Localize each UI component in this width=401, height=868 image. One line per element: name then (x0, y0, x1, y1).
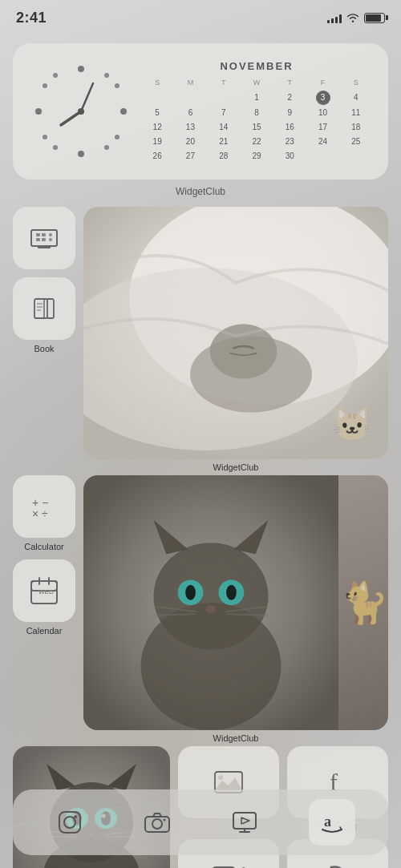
svg-point-75 (152, 819, 162, 829)
svg-point-14 (78, 108, 84, 115)
svg-line-13 (81, 83, 93, 111)
calendar-month: NOVEMBER (141, 60, 372, 72)
svg-point-73 (74, 815, 77, 818)
svg-rect-17 (36, 233, 40, 236)
svg-point-72 (64, 817, 75, 828)
tv-dock-icon[interactable] (221, 799, 268, 846)
dock: a (13, 789, 388, 855)
svg-marker-78 (241, 818, 249, 824)
svg-point-0 (78, 66, 84, 72)
svg-point-11 (53, 73, 58, 78)
svg-point-22 (49, 238, 52, 241)
sleeping-cat-image (83, 207, 388, 459)
svg-rect-20 (42, 238, 46, 241)
calendar-icon-box[interactable]: WED (13, 559, 75, 622)
widgetclub-label-1: WidgetClub (13, 186, 388, 197)
calendar-grid: S M T W T F S 1 2 3 4 5 6 7 8 9 (141, 77, 372, 163)
svg-point-8 (53, 145, 58, 150)
wifi-icon (346, 13, 359, 22)
svg-point-45 (185, 585, 196, 600)
apps-row-2: + − × ÷ Calculator WED Ca (13, 475, 388, 743)
photo-widget-teal-cat[interactable]: WidgetClub (83, 475, 388, 743)
svg-point-2 (35, 108, 42, 115)
status-time: 2:41 (16, 10, 47, 26)
svg-point-3 (120, 108, 127, 115)
svg-point-30 (210, 324, 277, 378)
instagram-dock-icon[interactable] (47, 799, 93, 846)
cal-header: M (174, 77, 206, 90)
cat-photo-2 (83, 475, 388, 730)
book-label: Book (34, 344, 54, 353)
teal-cat-image (83, 475, 388, 730)
status-bar: 2:41 (0, 0, 401, 35)
cal-header: T (208, 77, 240, 90)
calendar-label: Calendar (26, 626, 63, 636)
svg-point-46 (226, 585, 237, 600)
photo-widget-sleeping-cat[interactable]: WidgetClub (83, 207, 388, 472)
battery-icon (364, 13, 385, 23)
svg-point-1 (78, 151, 84, 157)
cal-header: W (241, 77, 273, 90)
svg-text:WED: WED (38, 588, 54, 595)
svg-point-6 (115, 135, 119, 139)
signal-icon (327, 12, 342, 23)
amazon-dock-icon[interactable]: a (309, 799, 355, 846)
svg-text:×  ÷: × ÷ (32, 507, 48, 520)
calendar-widget: NOVEMBER S M T W T F S 1 2 3 4 5 6 (133, 60, 372, 163)
svg-point-7 (104, 145, 109, 150)
book-app-icon[interactable]: Book (13, 277, 75, 353)
svg-point-76 (163, 819, 165, 822)
analog-clock (29, 59, 133, 164)
cal-header: F (306, 77, 338, 90)
widgetclub-label-3: WidgetClub (83, 733, 388, 743)
cal-header: S (340, 77, 372, 90)
svg-point-5 (115, 83, 119, 88)
status-icons (327, 12, 385, 23)
widgetclub-label-2: WidgetClub (83, 462, 388, 472)
home-screen: NOVEMBER S M T W T F S 1 2 3 4 5 6 (0, 35, 401, 868)
svg-rect-71 (59, 812, 80, 833)
svg-point-47 (206, 606, 217, 614)
calculator-label: Calculator (24, 542, 64, 551)
svg-point-68 (218, 775, 223, 780)
svg-rect-18 (42, 233, 46, 236)
svg-line-12 (61, 111, 81, 125)
svg-rect-77 (233, 813, 256, 829)
svg-point-4 (104, 73, 109, 78)
book-icon-box[interactable] (13, 277, 75, 340)
tv-icon-box[interactable] (13, 207, 75, 269)
svg-point-9 (43, 135, 47, 139)
cal-header: S (141, 77, 173, 90)
left-icon-col: Book (13, 207, 75, 472)
cal-header: T (273, 77, 306, 90)
calendar-today: 3 (316, 91, 330, 105)
svg-point-21 (49, 233, 52, 236)
calculator-icon-box[interactable]: + − × ÷ (13, 475, 75, 538)
apps-row-1: Book (13, 207, 388, 472)
camera-dock-icon[interactable] (134, 799, 180, 846)
calculator-app-icon[interactable]: + − × ÷ Calculator (13, 475, 75, 551)
svg-text:a: a (324, 813, 331, 830)
svg-point-10 (43, 83, 47, 88)
calendar-app-icon[interactable]: WED Calendar (13, 559, 75, 636)
svg-rect-16 (38, 246, 51, 248)
cat-photo-1 (83, 207, 388, 459)
tv-app-icon[interactable] (13, 207, 75, 269)
clock-calendar-widget: NOVEMBER S M T W T F S 1 2 3 4 5 6 (13, 43, 388, 180)
svg-rect-19 (36, 238, 40, 241)
calc-cal-col: + − × ÷ Calculator WED Ca (13, 475, 75, 743)
